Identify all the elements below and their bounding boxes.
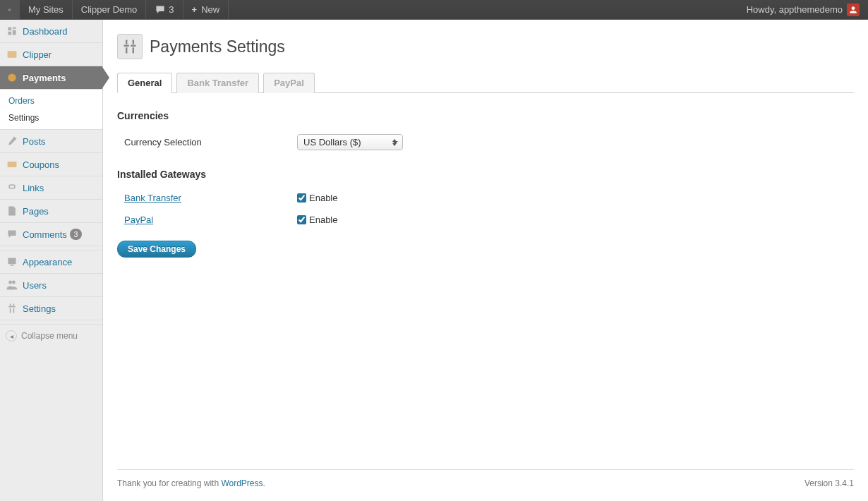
svg-rect-4 (11, 265, 14, 266)
links-icon (6, 181, 18, 194)
submenu-orders[interactable]: Orders (0, 92, 102, 109)
svg-rect-0 (8, 51, 17, 58)
comments-badge: 3 (70, 229, 83, 240)
row-bank-transfer: Bank Transfer Enable (117, 187, 854, 209)
paypal-checkbox[interactable] (297, 215, 306, 224)
collapse-icon: ◂ (6, 330, 17, 342)
menu-label: Comments (23, 229, 67, 240)
menu-links[interactable]: Links (0, 176, 102, 200)
enable-label: Enable (309, 215, 337, 225)
bank-transfer-enable[interactable]: Enable (297, 193, 854, 203)
site-name-menu[interactable]: Clipper Demo (73, 0, 146, 20)
payments-submenu: Orders Settings (0, 90, 102, 130)
row-paypal: PayPal Enable (117, 209, 854, 231)
plus-icon: + (192, 4, 198, 15)
howdy-text: Howdy, appthemedemo (747, 4, 843, 15)
currency-value: US Dollars ($) (303, 137, 361, 147)
menu-coupons[interactable]: Coupons (0, 153, 102, 176)
admin-bar: My Sites Clipper Demo 3 + New Howdy, app… (0, 0, 868, 20)
page-icon (117, 34, 143, 59)
collapse-menu[interactable]: ◂ Collapse menu (0, 325, 102, 347)
main-content: Payments Settings General Bank Transfer … (103, 20, 868, 501)
wordpress-icon (8, 4, 11, 16)
footer-thanks: Thank you for creating with WordPress. (117, 478, 265, 488)
menu-payments[interactable]: Payments (0, 66, 102, 90)
comment-icon (155, 5, 166, 15)
menu-clipper[interactable]: Clipper (0, 43, 102, 66)
my-sites-menu[interactable]: My Sites (20, 0, 73, 20)
section-gateways: Installed Gateways (117, 169, 854, 180)
tab-bank-transfer[interactable]: Bank Transfer (176, 73, 259, 93)
settings-tabs: General Bank Transfer PayPal (117, 72, 854, 93)
footer-version: Version 3.4.1 (804, 478, 854, 488)
bank-transfer-checkbox[interactable] (297, 193, 306, 203)
paypal-enable[interactable]: Enable (297, 215, 854, 225)
menu-label: Posts (23, 136, 46, 147)
menu-settings[interactable]: Settings (0, 297, 102, 320)
enable-label: Enable (309, 193, 337, 203)
pages-icon (6, 205, 18, 217)
comments-count: 3 (169, 4, 174, 15)
menu-posts[interactable]: Posts (0, 130, 102, 153)
page-header: Payments Settings (117, 34, 854, 59)
menu-label: Payments (23, 73, 66, 83)
tab-general[interactable]: General (117, 73, 172, 93)
wordpress-link[interactable]: WordPress (221, 478, 263, 488)
page-title: Payments Settings (150, 37, 285, 56)
tab-paypal[interactable]: PayPal (263, 73, 315, 93)
footer: Thank you for creating with WordPress. V… (117, 469, 854, 501)
payments-icon (6, 71, 18, 84)
comments-icon (6, 228, 18, 241)
clipper-icon (6, 48, 18, 61)
currency-select[interactable]: US Dollars ($) (297, 134, 403, 150)
menu-label: Settings (23, 303, 56, 314)
svg-point-1 (8, 73, 16, 81)
coupons-icon (6, 158, 18, 171)
menu-comments[interactable]: Comments 3 (0, 223, 102, 246)
menu-dashboard[interactable]: Dashboard (0, 20, 102, 43)
wp-logo-menu[interactable] (0, 0, 20, 20)
avatar (847, 4, 860, 16)
new-label: New (201, 4, 219, 15)
menu-users[interactable]: Users (0, 274, 102, 297)
svg-rect-3 (8, 258, 16, 264)
menu-appearance[interactable]: Appearance (0, 250, 102, 274)
menu-pages[interactable]: Pages (0, 200, 102, 223)
appearance-icon (6, 255, 18, 268)
menu-label: Pages (23, 206, 49, 217)
settings-icon (6, 302, 18, 315)
collapse-label: Collapse menu (21, 331, 78, 341)
menu-label: Coupons (23, 159, 59, 170)
users-icon (6, 279, 18, 291)
save-changes-button[interactable]: Save Changes (117, 241, 196, 258)
menu-label: Links (23, 183, 44, 193)
dashboard-icon (6, 25, 18, 37)
footer-thanks-text: Thank you for creating with (117, 478, 221, 488)
account-menu[interactable]: Howdy, appthemedemo (738, 0, 868, 20)
menu-label: Appearance (23, 257, 72, 267)
submenu-settings[interactable]: Settings (0, 109, 102, 126)
row-currency: Currency Selection US Dollars ($) (117, 128, 854, 156)
new-content-menu[interactable]: + New (183, 0, 229, 20)
gateway-paypal-link[interactable]: PayPal (124, 215, 153, 225)
menu-label: Dashboard (23, 26, 68, 37)
svg-rect-2 (8, 162, 17, 167)
user-icon (849, 6, 857, 14)
menu-label: Users (23, 280, 47, 291)
section-currencies: Currencies (117, 110, 854, 121)
select-arrows-icon (390, 136, 399, 148)
comments-menu[interactable]: 3 (146, 0, 183, 20)
menu-label: Clipper (23, 49, 52, 60)
currency-label: Currency Selection (117, 137, 297, 147)
sliders-icon (121, 38, 138, 55)
gateway-bank-transfer-link[interactable]: Bank Transfer (124, 193, 181, 203)
posts-icon (6, 135, 18, 147)
admin-sidebar: Dashboard Clipper Payments Orders Settin… (0, 20, 103, 501)
